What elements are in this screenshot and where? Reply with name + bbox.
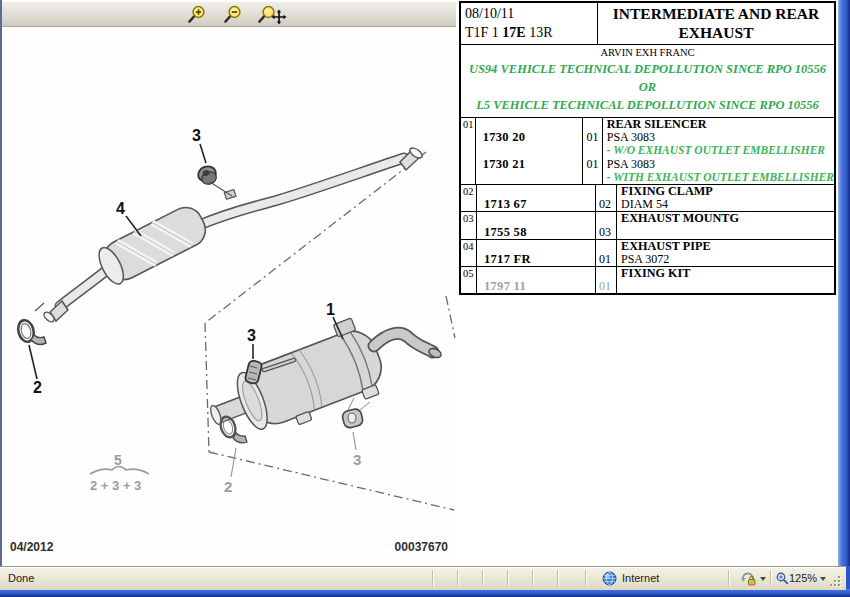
statusbar-separator <box>457 570 459 586</box>
diagram-pane[interactable]: 3 4 2 1 3 3 2 5 2 + 3 + 3 <box>2 0 456 566</box>
doc-code: T1F 1 17E 13R <box>465 23 594 42</box>
statusbar-separator <box>585 570 587 586</box>
resize-grip[interactable] <box>830 576 841 587</box>
callout-2-rear: 2 <box>224 478 232 495</box>
row-description: FIXING KIT <box>617 267 834 293</box>
row-part-numbers: 1797 11 <box>477 267 596 293</box>
statusbar-separator <box>507 570 509 586</box>
zoom-level-icon[interactable] <box>776 572 789 585</box>
plate-drawing-number: 00037670 <box>395 540 448 554</box>
statusbar-separator <box>728 570 730 586</box>
callout-3-mount: 3 <box>247 327 256 344</box>
row-description: REAR SILENCER PSA 3083 - W/O EXHAUST OUT… <box>603 118 834 184</box>
row-qty: 01 01 <box>583 118 602 184</box>
plate-revision-date: 04/2012 <box>10 540 53 554</box>
callout-5: 5 <box>114 452 122 468</box>
doc-date: 08/10/11 <box>465 4 594 23</box>
zoom-level-value[interactable]: 125% <box>789 572 817 584</box>
status-bar: Done Internet 125% <box>0 566 846 590</box>
statusbar-separator <box>482 570 484 586</box>
diagram-toolbar <box>2 1 456 27</box>
window-border-right <box>838 0 850 566</box>
row-part-numbers: 1717 FR <box>477 240 596 266</box>
window-border-bottom <box>0 589 850 597</box>
callout-3-bushing: 3 <box>353 451 361 468</box>
statusbar-separator <box>557 570 559 586</box>
rubber-grommet-art <box>196 164 232 196</box>
doc-header: 08/10/11 T1F 1 17E 13R INTERMEDIATE AND … <box>461 3 834 45</box>
zoom-pan-icon[interactable] <box>256 3 288 25</box>
security-zone-label: Internet <box>622 572 659 584</box>
row-ref: 03 <box>461 212 477 238</box>
intermediate-exhaust-art <box>42 146 424 324</box>
row-ref: 05 <box>461 267 477 293</box>
zoom-level-caret-icon[interactable] <box>820 577 826 581</box>
rear-bushing-art <box>341 408 364 450</box>
protected-mode-caret-icon[interactable] <box>760 577 766 581</box>
statusbar-separator <box>532 570 534 586</box>
callout-4: 4 <box>116 200 125 217</box>
table-row: 01 1730 20 1730 21 01 01 REAR SILENCER P… <box>461 118 834 185</box>
zoom-out-icon[interactable] <box>220 3 246 25</box>
row-part-numbers: 1755 58 <box>477 212 596 238</box>
browser-window: 3 4 2 1 3 3 2 5 2 + 3 + 3 <box>0 0 850 597</box>
callout-1: 1 <box>326 301 335 318</box>
internet-zone-icon <box>602 571 617 586</box>
doc-notes: ARVIN EXH FRANC US94 VEHICLE TECHNICAL D… <box>461 45 834 118</box>
table-row: 02 1713 67 02 FIXING CLAMP DIAM 54 <box>461 185 834 212</box>
rear-silencer-art <box>197 314 443 453</box>
front-clamp-art <box>16 303 46 344</box>
callout-2-front: 2 <box>33 379 42 396</box>
statusbar-separator <box>432 570 434 586</box>
row-qty: 01 <box>596 267 617 293</box>
protected-mode-icon[interactable] <box>740 571 756 586</box>
row-qty: 03 <box>596 212 617 238</box>
supplier-name: ARVIN EXH FRANC <box>461 46 834 60</box>
row-ref: 02 <box>461 185 477 211</box>
table-row: 05 1797 11 01 FIXING KIT <box>461 267 834 293</box>
row-part-numbers: 1713 67 <box>477 185 596 211</box>
row-ref: 01 <box>461 118 476 184</box>
applicability-note-1: US94 VEHICLE TECHNICAL DEPOLLUTION SINCE… <box>461 60 834 96</box>
callout-formula: 2 + 3 + 3 <box>90 478 141 493</box>
exhaust-diagram-canvas[interactable]: 3 4 2 1 3 3 2 5 2 + 3 + 3 <box>2 0 456 566</box>
applicability-note-2: L5 VEHICLE TECHNICAL DEPOLLUTION SINCE R… <box>461 96 834 114</box>
row-description: EXHAUST PIPE PSA 3072 <box>617 240 834 266</box>
row-part-numbers: 1730 20 1730 21 <box>476 118 584 184</box>
row-qty: 02 <box>596 185 617 211</box>
rear-clamp-art <box>218 415 247 477</box>
row-description: FIXING CLAMP DIAM 54 <box>617 185 834 211</box>
callout-leaders <box>29 144 343 379</box>
status-text: Done <box>8 572 34 584</box>
statusbar-separator <box>770 570 772 586</box>
parts-table: 08/10/11 T1F 1 17E 13R INTERMEDIATE AND … <box>459 1 836 295</box>
doc-header-codes: 08/10/11 T1F 1 17E 13R <box>461 3 598 44</box>
row-qty: 01 <box>596 240 617 266</box>
window-border-left <box>0 0 2 597</box>
table-row: 03 1755 58 03 EXHAUST MOUNTG <box>461 212 834 239</box>
zoom-in-icon[interactable] <box>184 3 210 25</box>
row-description: EXHAUST MOUNTG <box>617 212 834 238</box>
table-row: 04 1717 FR 01 EXHAUST PIPE PSA 3072 <box>461 240 834 267</box>
doc-title: INTERMEDIATE AND REAR EXHAUST <box>598 3 834 44</box>
window-border-right <box>846 566 850 589</box>
row-ref: 04 <box>461 240 477 266</box>
callout-3-hanger: 3 <box>192 127 201 144</box>
